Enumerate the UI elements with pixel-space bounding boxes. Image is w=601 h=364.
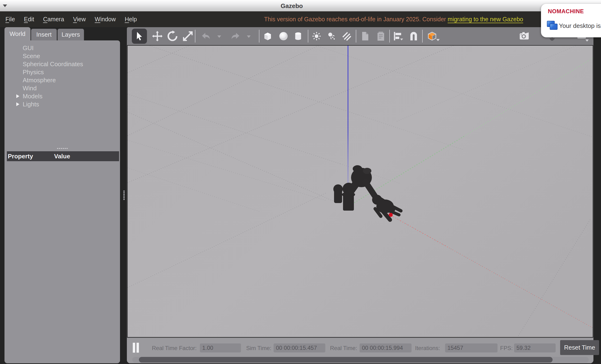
- tree-item-wind[interactable]: Wind: [4, 84, 120, 92]
- tree-item-atmosphere[interactable]: Atmosphere: [4, 76, 120, 84]
- undo-history-caret-icon[interactable]: [217, 35, 221, 38]
- redo-history-caret-icon[interactable]: [247, 35, 251, 38]
- tree-item-lights[interactable]: Lights: [4, 100, 120, 108]
- rotate-tool-button[interactable]: [166, 30, 179, 43]
- splitter-dot: [123, 199, 125, 200]
- copy-icon: [359, 30, 371, 42]
- translate-tool-button[interactable]: [151, 30, 164, 43]
- tree-item-spherical-coordinates[interactable]: Spherical Coordinates: [4, 60, 120, 68]
- viewport-panel: Real Time Factor: 1.00 Sim Time: 00 00:0…: [127, 27, 593, 363]
- tree-item-physics[interactable]: Physics: [4, 68, 120, 76]
- window-title: Gazebo: [281, 2, 303, 10]
- insert-sphere-button[interactable]: [277, 30, 290, 43]
- splitter-dot: [123, 195, 125, 197]
- eol-warning-link[interactable]: migrating to the new Gazebo: [448, 16, 523, 22]
- snap-magnet-icon: [408, 30, 419, 42]
- expand-arrow-icon[interactable]: [16, 94, 19, 98]
- pause-button[interactable]: [133, 343, 139, 353]
- menu-window[interactable]: Window: [90, 16, 120, 23]
- sim-time-value: 00 00:00:15.457: [274, 344, 325, 353]
- tree-item-models[interactable]: Models: [4, 92, 120, 100]
- redo-button[interactable]: [229, 30, 242, 43]
- snap-button[interactable]: [407, 30, 420, 43]
- pause-icon: [137, 343, 139, 353]
- redo-icon: [229, 30, 241, 42]
- splitter-dot: [57, 148, 58, 149]
- property-column-header: Property: [7, 151, 54, 161]
- toolbar-separator: [308, 30, 308, 42]
- scale-icon: [182, 30, 193, 42]
- align-button[interactable]: [391, 30, 404, 43]
- sphere-icon: [278, 30, 289, 42]
- paste-button[interactable]: [374, 30, 387, 43]
- select-tool-button[interactable]: [132, 29, 147, 44]
- splitter-dot: [64, 148, 66, 149]
- horizontal-scrollbar-thumb[interactable]: [139, 357, 552, 363]
- pause-icon: [133, 343, 135, 353]
- nomachine-desktop-icon: [547, 21, 559, 31]
- tree-item-scene[interactable]: Scene: [4, 52, 120, 60]
- insert-cylinder-button[interactable]: [291, 30, 305, 43]
- change-view-button[interactable]: [425, 30, 439, 43]
- cylinder-icon: [292, 30, 304, 42]
- toolbar-separator: [356, 30, 356, 42]
- toolbar-separator: [259, 30, 259, 42]
- eol-warning: This version of Gazebo reaches end-of-li…: [264, 11, 523, 27]
- reset-time-button[interactable]: Reset Time: [560, 340, 599, 355]
- tab-layers[interactable]: Layers: [57, 29, 84, 40]
- menu-camera[interactable]: Camera: [39, 16, 69, 23]
- scene-render: [128, 46, 593, 337]
- menu-bar: File Edit Camera View Window Help This v…: [0, 11, 601, 27]
- vertical-splitter-handle[interactable]: [123, 191, 125, 200]
- scale-tool-button[interactable]: [181, 30, 194, 43]
- paste-icon: [375, 30, 387, 42]
- simulation-status-bar: Real Time Factor: 1.00 Sim Time: 00 00:0…: [127, 338, 593, 363]
- directional-light-button[interactable]: [340, 30, 353, 43]
- select-arrow-icon: [134, 30, 145, 42]
- scene-3d-view[interactable]: [127, 45, 593, 337]
- nomachine-brand: NOMACHINE: [548, 8, 584, 15]
- viewport-toolbar: [127, 27, 593, 45]
- toolbar-separator: [389, 30, 390, 42]
- view-caret-icon: [436, 39, 440, 41]
- real-time-value: 00 00:00:15.994: [360, 344, 411, 353]
- end-effector-marker: [389, 213, 393, 217]
- property-table-header: Property Value: [7, 151, 119, 161]
- camera-icon: [519, 30, 530, 42]
- undo-icon: [200, 30, 212, 42]
- menu-file[interactable]: File: [1, 16, 19, 23]
- iterations-label: Iterations:: [415, 344, 440, 353]
- splitter-dot: [123, 192, 125, 193]
- menu-view[interactable]: View: [69, 16, 90, 23]
- splitter-dot: [59, 148, 60, 149]
- tab-world[interactable]: World: [4, 27, 30, 41]
- fps-label: FPS:: [500, 344, 513, 353]
- view-cube-icon: [426, 30, 438, 42]
- panel-splitter-handle[interactable]: [57, 148, 68, 149]
- point-light-icon: [312, 31, 321, 41]
- spot-light-button[interactable]: [325, 30, 338, 43]
- directional-light-icon: [341, 30, 352, 42]
- insert-box-button[interactable]: [261, 30, 274, 43]
- menu-help[interactable]: Help: [120, 16, 141, 23]
- menu-edit[interactable]: Edit: [19, 16, 39, 23]
- tree-item-gui[interactable]: GUI: [4, 44, 120, 52]
- title-bar: Gazebo: [0, 0, 601, 11]
- window-menu-caret-icon[interactable]: [3, 4, 7, 7]
- splitter-dot: [61, 148, 62, 149]
- toolbar-separator: [195, 30, 195, 42]
- tab-insert[interactable]: Insert: [31, 29, 57, 40]
- splitter-dot: [123, 194, 125, 195]
- nomachine-message: Your desktop is: [559, 22, 601, 30]
- expand-arrow-icon[interactable]: [16, 102, 19, 106]
- point-light-button[interactable]: [310, 30, 323, 43]
- translate-icon: [152, 30, 163, 42]
- undo-button[interactable]: [200, 30, 213, 43]
- copy-button[interactable]: [358, 30, 372, 43]
- screenshot-button[interactable]: [518, 30, 531, 43]
- splitter-dot: [123, 197, 125, 198]
- nomachine-popup[interactable]: NOMACHINE Your desktop is: [541, 4, 601, 37]
- eol-warning-text: This version of Gazebo reaches end-of-li…: [264, 16, 448, 22]
- plot-caret-icon: [585, 40, 589, 42]
- horizontal-scrollbar[interactable]: [132, 357, 589, 363]
